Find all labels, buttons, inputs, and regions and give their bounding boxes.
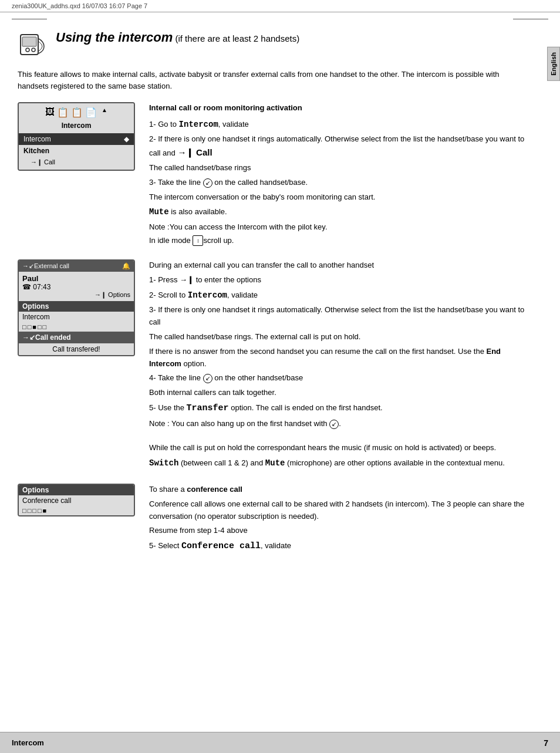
screen2-time: ☎ 07:43 [22, 283, 130, 291]
scroll-icon: ↕ [193, 235, 203, 246]
screen1-icons: 🖼 📋 📋 📄 ▲ [19, 103, 134, 121]
intercom-icon [18, 30, 47, 59]
conference-text-1: Conference call allows one external call… [149, 498, 531, 523]
page-title: Using the intercom (if there are at leas… [56, 30, 299, 45]
top-bar: zenia300UK_addhs.qxd 16/07/03 16:07 Page… [0, 0, 560, 12]
screen2-callended: →↙Call ended [19, 332, 134, 343]
topbar-text: zenia300UK_addhs.qxd 16/07/03 16:07 Page… [12, 2, 147, 9]
step-2: 2- If there is only one handset it rings… [149, 133, 531, 160]
hangup-icon: ↙ [329, 420, 339, 429]
screen2-name: Paul [22, 274, 130, 283]
transfer-step-1: 1- Press →❙ to enter the options [149, 274, 531, 286]
hold-text-2: Switch (between call 1 & 2) and Mute (mi… [149, 457, 531, 470]
right-col-conference: To share a conference call Conference ca… [149, 484, 531, 556]
screen1-kitchen-row: Kitchen [19, 145, 134, 157]
screen2-intercom: Intercom [19, 312, 134, 322]
transfer-step-3c: If there is no answer from the second ha… [149, 346, 531, 370]
svg-point-2 [26, 48, 29, 52]
screen3-options: Options [19, 485, 134, 495]
transfer-step-3b: The called handset/base rings. The exter… [149, 331, 531, 343]
transfer-note: Note : You can also hang up on the first… [149, 418, 531, 430]
step-mute: Mute is also available. [149, 205, 531, 218]
conference-resume: Resume from step 1-4 above [149, 525, 531, 537]
transfer-step-2: 2- Scroll to Intercom, validate [149, 289, 531, 302]
note-2: In idle mode ↕scroll up. [149, 235, 531, 247]
take-line-icon: ↙ [203, 178, 212, 188]
corner-mark-tr [513, 19, 548, 19]
intro-text: This feature allows to make internal cal… [18, 69, 531, 92]
corner-mark-tl [12, 19, 47, 19]
transfer-step-4b: Both internal callers can talk together. [149, 387, 531, 399]
step-3: 3- Take the line ↙ on the called handset… [149, 177, 531, 189]
screen2-section: Options [19, 301, 134, 312]
left-col-screen1: 🖼 📋 📋 📄 ▲ Intercom Intercom ◆ Kitchen →❙… [18, 102, 135, 248]
english-tab: English [547, 47, 560, 81]
screen1-intercom-row: Intercom ◆ [19, 133, 134, 145]
transfer-step-5: 5- Use the Transfer option. The call is … [149, 401, 531, 416]
screen1-label: Intercom [19, 121, 134, 133]
device-screen-1: 🖼 📋 📋 📄 ▲ Intercom Intercom ◆ Kitchen →❙… [18, 102, 135, 171]
screen2-dots: □□■□□ [19, 322, 134, 332]
step-2b: The called handset/base rings [149, 162, 531, 174]
device-screen-2: →↙External call 🔔 Paul ☎ 07:43 →❙ Option… [18, 259, 135, 356]
note-1: Note :You can access the Intercom with t… [149, 221, 531, 234]
conference-section: Options Conference call □□□□■ To share a… [18, 484, 531, 556]
conference-intro: To share a conference call [149, 484, 531, 496]
svg-rect-1 [22, 37, 36, 46]
screen1-call-row: →❙ Call [19, 157, 134, 170]
internal-call-section: 🖼 📋 📋 📄 ▲ Intercom Intercom ◆ Kitchen →❙… [18, 102, 531, 248]
step-3b: The intercom conversation or the baby's … [149, 191, 531, 204]
screen2-options: →❙ Options [22, 291, 130, 299]
header-title-block: Using the intercom (if there are at leas… [56, 30, 299, 46]
internal-call-title: Internal call or room monitoring activat… [149, 102, 531, 114]
right-col-internal: Internal call or room monitoring activat… [149, 102, 531, 248]
take-line-icon-2: ↙ [203, 374, 212, 383]
step-1: 1- Go to Intercom, validate [149, 118, 531, 131]
footer-left: Intercom [12, 738, 44, 747]
header-section: Using the intercom (if there are at leas… [18, 30, 531, 59]
screen2-header: →↙External call 🔔 [19, 261, 134, 272]
left-col-screen3: Options Conference call □□□□■ [18, 484, 135, 556]
screen3-conference: Conference call [19, 495, 134, 506]
main-content: Using the intercom (if there are at leas… [0, 12, 560, 597]
svg-point-3 [32, 48, 35, 52]
page-number: 7 [544, 738, 548, 748]
left-col-screen2: →↙External call 🔔 Paul ☎ 07:43 →❙ Option… [18, 259, 135, 472]
device-screen-3: Options Conference call □□□□■ [18, 484, 135, 516]
conference-step-5: 5- Select Conference call, validate [149, 539, 531, 553]
footer: Intercom 7 [0, 732, 560, 753]
right-col-transfer: During an external call you can transfer… [149, 259, 531, 472]
transfer-step-4: 4- Take the line ↙ on the other handset/… [149, 372, 531, 384]
screen2-body: Paul ☎ 07:43 →❙ Options [19, 272, 134, 301]
screen2-transferred: Call transfered! [19, 343, 134, 355]
transfer-intro: During an external call you can transfer… [149, 259, 531, 272]
screen3-dots: □□□□■ [19, 506, 134, 515]
hold-text-1: While the call is put on hold the corres… [149, 442, 531, 454]
transfer-section: →↙External call 🔔 Paul ☎ 07:43 →❙ Option… [18, 259, 531, 472]
transfer-step-3: 3- If there is only one handset it rings… [149, 304, 531, 329]
